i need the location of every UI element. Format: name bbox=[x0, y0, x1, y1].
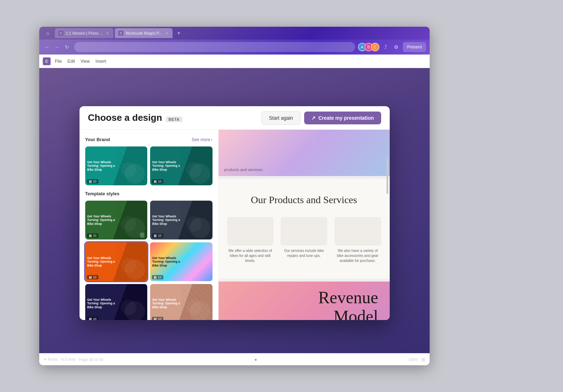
avatar-group: A B C bbox=[358, 43, 379, 51]
card-4-count: 10 bbox=[158, 234, 162, 237]
products-row: We offer a wide selection of bikes for a… bbox=[227, 217, 381, 263]
extras-button[interactable]: ⧉ Extras bbox=[61, 357, 76, 362]
product-image-3 bbox=[334, 217, 381, 246]
card-5-image bbox=[116, 242, 147, 281]
slide-icon-8: ▦ bbox=[154, 317, 157, 320]
toolbar-right: A B C ⤴ ⚙ Present bbox=[358, 42, 426, 52]
slide-icon-5: ▦ bbox=[89, 275, 92, 279]
forward-button[interactable]: → bbox=[53, 43, 61, 51]
card-3-accent bbox=[140, 233, 144, 238]
beta-badge: BETA bbox=[166, 117, 183, 122]
design-card-1[interactable]: Get Your Wheels Turning: Opening a Bike … bbox=[85, 146, 148, 185]
design-card-2[interactable]: Get Your Wheels Turning: Opening a Bike … bbox=[150, 146, 213, 185]
start-again-button[interactable]: Start again bbox=[261, 111, 301, 125]
card-1-text: Get Your Wheels Turning: Opening a Bike … bbox=[87, 160, 120, 172]
modal-header: Choose a design BETA Start again ↗ Creat… bbox=[80, 106, 390, 130]
share-icon[interactable]: ⤴ bbox=[382, 43, 390, 51]
product-image-1 bbox=[227, 217, 274, 246]
slide-2-title: Our Products and Services bbox=[251, 194, 357, 206]
card-4-bg bbox=[181, 201, 212, 239]
slide-icon-3: ▦ bbox=[89, 234, 92, 237]
card-1-count: 10 bbox=[93, 180, 97, 183]
card-7-inner: Get Your Wheels Turning: Opening a Bike … bbox=[85, 284, 148, 320]
refresh-button[interactable]: ↻ bbox=[63, 43, 71, 51]
new-tab-button[interactable]: + bbox=[174, 29, 183, 38]
modal-title-area: Choose a design BETA bbox=[88, 112, 183, 123]
see-more-link[interactable]: See more › bbox=[191, 137, 212, 142]
design-card-7[interactable]: Get Your Wheels Turning: Opening a Bike … bbox=[85, 284, 148, 320]
slide-2-products: Our Products and Services We offer a wid… bbox=[219, 179, 390, 279]
back-button[interactable]: ← bbox=[43, 43, 51, 51]
browser-window: ⌂ C 1:1 Version | Press ... × C Worksuit… bbox=[39, 27, 430, 365]
settings-icon[interactable]: ⚙ bbox=[392, 43, 401, 51]
app-bottom-bar: ✦ Notes ⧉ Extras Page 00 of 00 ● 100% ⊞ bbox=[39, 353, 430, 365]
card-1-image bbox=[116, 146, 147, 185]
modal-body: Your Brand See more › bbox=[80, 130, 390, 320]
modal-title: Choose a design bbox=[88, 112, 162, 123]
card-5-count: 10 bbox=[93, 275, 97, 279]
home-button[interactable]: ⌂ bbox=[43, 28, 53, 38]
design-card-5[interactable]: Get Your Wheels Turning: Opening a Bike … bbox=[85, 242, 148, 281]
your-brand-title: Your Brand bbox=[85, 137, 110, 142]
card-7-image bbox=[116, 284, 147, 320]
card-8-image bbox=[181, 284, 212, 320]
product-col-1: We offer a wide selection of bikes for a… bbox=[227, 217, 274, 263]
menu-edit[interactable]: Edit bbox=[67, 59, 75, 64]
design-card-8[interactable]: Get Your Wheels Turning: Opening a Bike … bbox=[150, 284, 213, 320]
app-bar: C File Edit View Insert bbox=[39, 55, 430, 68]
modal-scrollbar[interactable] bbox=[386, 130, 389, 320]
browser-toolbar: ← → ↻ A B C ⤴ ⚙ Present bbox=[39, 40, 430, 55]
bottom-bar-center: ● bbox=[103, 357, 408, 362]
card-3-count: 10 bbox=[93, 234, 97, 237]
card-4-text: Get Your Wheels Turning: Opening a Bike … bbox=[152, 215, 185, 226]
card-6-inner: Get Your Wheels Turning: Opening a Bike … bbox=[150, 242, 213, 281]
card-8-badge: ▦ 10 bbox=[152, 317, 163, 320]
preview-slide-2: Our Products and Services We offer a wid… bbox=[219, 179, 390, 279]
design-card-6[interactable]: Get Your Wheels Turning: Opening a Bike … bbox=[150, 242, 213, 281]
browser-tab-2[interactable]: C Worksuite Magic| P... × bbox=[115, 28, 173, 38]
card-4-image bbox=[181, 201, 212, 239]
slide-icon-4: ▦ bbox=[154, 234, 157, 237]
address-bar[interactable] bbox=[74, 42, 355, 52]
card-5-inner: Get Your Wheels Turning: Opening a Bike … bbox=[85, 242, 148, 281]
browser-tab-1[interactable]: C 1:1 Version | Press ... × bbox=[55, 28, 113, 38]
notes-button[interactable]: ✦ Notes bbox=[43, 357, 58, 362]
card-6-count: 10 bbox=[158, 275, 162, 279]
card-2-inner: Get Your Wheels Turning: Opening a Bike … bbox=[150, 146, 213, 185]
card-5-bg bbox=[116, 242, 147, 281]
product-text-3: We also have a variety of bike accessori… bbox=[334, 248, 381, 263]
product-image-2 bbox=[281, 217, 327, 246]
card-7-badge: ▦ 10 bbox=[87, 317, 98, 320]
menu-insert[interactable]: Insert bbox=[96, 59, 106, 64]
bottom-bar-left: ✦ Notes ⧉ Extras Page 00 of 00 bbox=[43, 357, 103, 362]
zoom-level: 100% bbox=[408, 357, 418, 362]
card-3-inner: Get Your Wheels Turning: Opening a Bike … bbox=[85, 201, 148, 239]
slide-icon-6: ▦ bbox=[154, 275, 157, 279]
tab-2-close[interactable]: × bbox=[164, 31, 169, 36]
toolbar-cta-button[interactable]: Present bbox=[403, 42, 426, 52]
page-content: Choose a design BETA Start again ↗ Creat… bbox=[39, 68, 430, 365]
card-2-count: 10 bbox=[158, 180, 162, 183]
card-8-text: Get Your Wheels Turning: Opening a Bike … bbox=[152, 298, 185, 309]
create-presentation-button[interactable]: ↗ Create my presentation bbox=[304, 112, 381, 124]
page-info: Page 00 of 00 bbox=[79, 357, 103, 362]
grid-view-icon[interactable]: ⊞ bbox=[421, 357, 425, 362]
card-4-inner: Get Your Wheels Turning: Opening a Bike … bbox=[150, 201, 213, 239]
left-panel: Your Brand See more › bbox=[80, 130, 219, 320]
design-card-4[interactable]: Get Your Wheels Turning: Opening a Bike … bbox=[150, 201, 213, 239]
menu-view[interactable]: View bbox=[81, 59, 90, 64]
slide-icon: ▦ bbox=[89, 180, 92, 183]
tab-1-favicon: C bbox=[58, 31, 63, 36]
menu-file[interactable]: File bbox=[55, 59, 62, 64]
card-2-text: Get Your Wheels Turning: Opening a Bike … bbox=[152, 160, 185, 172]
your-brand-grid: Get Your Wheels Turning: Opening a Bike … bbox=[85, 146, 213, 185]
design-card-3[interactable]: Get Your Wheels Turning: Opening a Bike … bbox=[85, 201, 148, 239]
card-2-bg bbox=[181, 146, 212, 185]
template-styles-grid: Get Your Wheels Turning: Opening a Bike … bbox=[85, 201, 213, 320]
tab-1-close[interactable]: × bbox=[105, 31, 110, 36]
card-8-count: 10 bbox=[158, 317, 162, 320]
card-3-badge: ▦ 10 bbox=[87, 233, 98, 238]
tab-2-label: Worksuite Magic| P... bbox=[126, 31, 162, 35]
card-2-badge: ▦ 10 bbox=[152, 179, 163, 184]
bottom-bar-right: 100% ⊞ bbox=[408, 357, 425, 362]
